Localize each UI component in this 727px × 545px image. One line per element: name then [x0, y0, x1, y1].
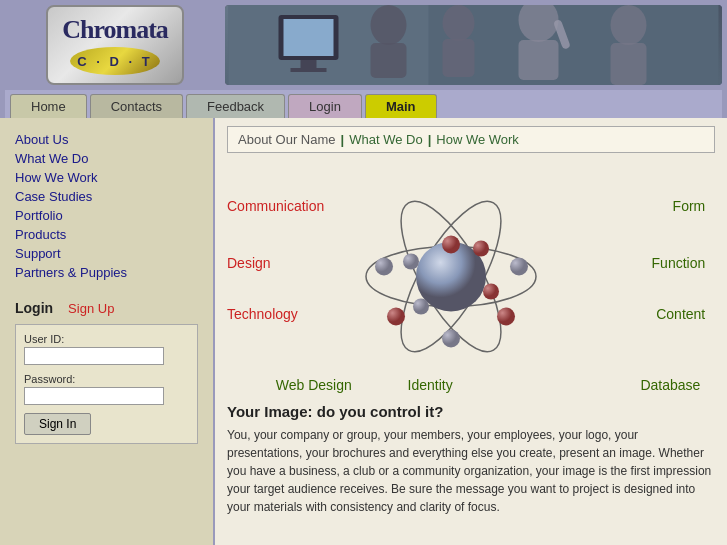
diagram-label-content: Content — [656, 306, 705, 322]
svg-point-22 — [442, 330, 460, 348]
sub-nav-about-name[interactable]: About Our Name — [238, 132, 336, 147]
header-photo-inner — [225, 5, 722, 85]
svg-point-6 — [371, 5, 407, 45]
svg-point-28 — [403, 254, 419, 270]
tab-home[interactable]: Home — [10, 94, 87, 118]
svg-point-13 — [611, 5, 647, 45]
svg-rect-3 — [284, 19, 334, 56]
main-layout: About Us What We Do How We Work Case Stu… — [0, 118, 727, 545]
password-label: Password: — [24, 373, 189, 385]
atom-diagram — [351, 177, 551, 380]
header-photo — [225, 5, 722, 85]
sidebar-item-portfolio[interactable]: Portfolio — [15, 208, 198, 223]
content-heading: Your Image: do you control it? — [227, 403, 715, 420]
login-header: Login Sign Up — [15, 300, 198, 316]
sidebar-item-products[interactable]: Products — [15, 227, 198, 242]
svg-point-24 — [375, 258, 393, 276]
user-id-label: User ID: — [24, 333, 189, 345]
diagram-label-design: Design — [227, 255, 271, 271]
sidebar-item-support[interactable]: Support — [15, 246, 198, 261]
password-input[interactable] — [24, 387, 164, 405]
svg-point-26 — [413, 299, 429, 315]
login-form: User ID: Password: Sign In — [15, 324, 198, 444]
logo-oval: C · D · T — [70, 47, 160, 75]
svg-point-25 — [473, 241, 489, 257]
svg-point-8 — [443, 5, 475, 41]
diagram-label-function: Function — [652, 255, 706, 271]
sidebar-item-about-us[interactable]: About Us — [15, 132, 198, 147]
diagram-label-form: Form — [673, 198, 706, 214]
login-title: Login — [15, 300, 53, 316]
diagram-label-technology: Technology — [227, 306, 298, 322]
svg-point-27 — [483, 284, 499, 300]
diagram-label-database: Database — [640, 377, 700, 393]
svg-rect-5 — [291, 68, 327, 72]
login-section: Login Sign Up User ID: Password: Sign In — [15, 300, 198, 444]
sub-nav-how-we-work[interactable]: How We Work — [436, 132, 519, 147]
logo-text: Chromata — [62, 15, 168, 45]
sub-nav-sep-1: | — [341, 132, 345, 147]
svg-point-23 — [387, 308, 405, 326]
tab-main[interactable]: Main — [365, 94, 437, 118]
diagram-area: Communication Design Technology Form Fun… — [227, 163, 715, 393]
sidebar-item-partners-puppies[interactable]: Partners & Puppies — [15, 265, 198, 280]
svg-point-21 — [497, 308, 515, 326]
logo-sub: C · D · T — [77, 54, 152, 69]
sidebar-item-what-we-do[interactable]: What We Do — [15, 151, 198, 166]
svg-rect-14 — [611, 43, 647, 85]
tab-feedback[interactable]: Feedback — [186, 94, 285, 118]
svg-rect-4 — [301, 60, 317, 68]
sub-nav-sep-2: | — [428, 132, 432, 147]
svg-rect-11 — [519, 40, 559, 80]
diagram-label-communication: Communication — [227, 198, 324, 214]
svg-point-20 — [510, 258, 528, 276]
logo-area: Chromata C · D · T — [5, 5, 225, 85]
sidebar: About Us What We Do How We Work Case Stu… — [0, 118, 215, 545]
tab-login[interactable]: Login — [288, 94, 362, 118]
sub-nav: About Our Name | What We Do | How We Wor… — [227, 126, 715, 153]
svg-rect-9 — [443, 39, 475, 77]
content-body-text: You, your company or group, your members… — [227, 426, 715, 516]
diagram-label-web-design: Web Design — [276, 377, 352, 393]
header-photo-svg — [225, 5, 722, 85]
logo-box: Chromata C · D · T — [46, 5, 184, 85]
user-id-input[interactable] — [24, 347, 164, 365]
signup-link[interactable]: Sign Up — [68, 301, 114, 316]
sign-in-button[interactable]: Sign In — [24, 413, 91, 435]
sub-nav-what-we-do[interactable]: What We Do — [349, 132, 422, 147]
svg-rect-7 — [371, 43, 407, 78]
header: Chromata C · D · T — [0, 0, 727, 90]
content-area: About Our Name | What We Do | How We Wor… — [215, 118, 727, 545]
nav-tabs: Home Contacts Feedback Login Main — [5, 90, 722, 118]
svg-point-19 — [442, 236, 460, 254]
sidebar-item-how-we-work[interactable]: How We Work — [15, 170, 198, 185]
tab-contacts[interactable]: Contacts — [90, 94, 183, 118]
sidebar-item-case-studies[interactable]: Case Studies — [15, 189, 198, 204]
